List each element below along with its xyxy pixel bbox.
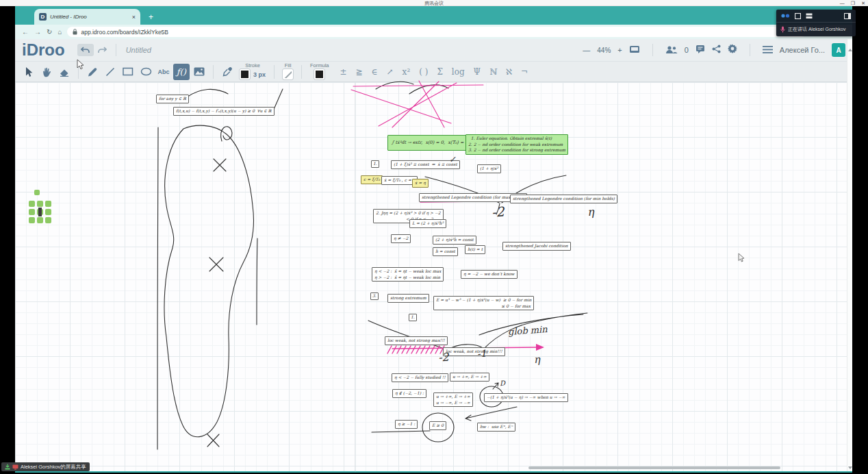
formula-box[interactable]: E ≥ 0 [429,421,446,430]
formula-box[interactable]: h(t) = t [465,245,485,254]
formula-box[interactable]: 3. [370,292,379,300]
formula-box[interactable]: L = (2 + η)ẋ²ḣ² [409,219,446,228]
formula-box[interactable]: hw : use E⁺, E⁻ [477,423,515,432]
layout-icon[interactable] [806,13,813,19]
formula-symbol-button[interactable]: ( ) [419,67,428,77]
horizontal-scrollbar[interactable] [528,466,780,469]
formula-box[interactable]: −(1 + η)ẋ²(u − η) → −∞ when u → −∞ [484,393,568,402]
formula-box[interactable]: u → +∞, E → +∞ [450,373,489,382]
fill-color-swatch[interactable] [283,69,293,79]
image-tool-icon[interactable] [191,64,207,80]
formula-box[interactable]: η = −2 − we don’t know [461,270,518,279]
new-tab-button[interactable]: + [149,12,153,22]
formula-box[interactable]: η < −2 : x̂ = ηt − weak loc max η > −2 :… [372,267,444,282]
scroll-up-arrow[interactable] [848,49,852,51]
menu-icon[interactable] [763,44,773,56]
chat-icon[interactable] [695,44,705,56]
undo-button[interactable] [77,44,94,56]
reload-icon[interactable]: ↻ [47,29,52,36]
settings-gear-icon[interactable] [728,44,737,56]
formula-box[interactable]: 1. [409,314,417,321]
formula-box[interactable]: (1 + η)ẋ² [477,164,501,173]
formula-box[interactable]: ẋ = η [412,179,429,188]
idroo-favicon: D [39,13,47,21]
formula-label: Formula [310,62,329,68]
window-mode-icon[interactable] [795,13,801,19]
formula-box[interactable]: E = u³ − w³ − (1 + η)ẋ²(u − w) ≥ 0 − for… [433,296,534,310]
minimize-button[interactable]: — [840,0,845,6]
formula-symbol-button[interactable]: ¬ [521,67,528,77]
formula-box[interactable]: η < −2 − fully studied !! [392,373,448,382]
tab-title: Untitled - IDroo [50,14,129,20]
formula-box[interactable]: ∫ tẋ²dt → extr, x(0) = 0, x(T₀) = ξ [387,135,472,151]
formula-symbol-button[interactable]: ≧ [356,67,363,77]
document-title[interactable]: Untitled [126,46,151,54]
meeting-floating-panel[interactable]: 正在讲话 Aleksei Gorshkov [776,10,856,36]
formula-box[interactable]: η ≥ −1 : [395,420,418,429]
formula-symbol-button[interactable]: ℕ [489,67,497,77]
formula-symbol-button[interactable]: ↗ [387,67,394,77]
formula-box[interactable]: strengthened Jacobi condition [502,242,571,251]
panel-toggle-icon[interactable] [844,13,851,19]
pencil-tool-icon[interactable] [84,64,101,80]
browser-tab[interactable]: D Untitled - IDroo × [34,9,140,25]
formula-box[interactable]: for any y ∈ ℝ [156,95,189,103]
formula-symbol-button[interactable]: x² [403,67,411,77]
rectangle-tool-icon[interactable] [120,64,136,80]
stroke-width-value[interactable]: 3 px [253,71,266,78]
handwritten-label: η [533,353,540,366]
pan-hand-tool-icon[interactable] [38,64,55,80]
home-icon[interactable]: ⌂ [58,29,62,36]
ellipse-tool-icon[interactable] [138,64,154,80]
zoom-level[interactable]: 44% [597,47,611,54]
formula-symbol-button[interactable]: Ψ [474,67,481,77]
formula-symbol-button[interactable]: Σ [437,67,442,77]
close-button[interactable]: ✕ [861,0,865,6]
redo-button[interactable] [94,44,110,56]
formula-box[interactable]: η ∉ (−2, −1) : [392,389,426,398]
zoom-out-button[interactable]: — [583,46,590,54]
screen-icon [12,464,18,470]
formula-tool[interactable]: ƒ() [173,64,190,80]
formula-box[interactable]: loc weak, not strong max!!! [385,336,448,345]
stroke-color-swatch[interactable] [240,69,250,79]
text-tool[interactable]: Abc [155,64,172,80]
collaborators-icon[interactable] [665,44,678,56]
formula-box[interactable]: 1. Euler equation. Obtain extremal x̂(t)… [465,134,568,155]
formula-symbol-button[interactable]: log [452,67,465,77]
address-bar[interactable]: app.idroo.com/boards/IZkklYke5B [67,27,806,37]
formula-box[interactable]: (2 + η)ẋ²ḣ = const [433,236,476,245]
formula-symbol-button[interactable]: ∈ [372,67,378,77]
formula-symbol-button[interactable]: ± [340,67,347,77]
formula-box[interactable]: η ≠ −2 [391,234,411,243]
formula-box[interactable]: f(t,x,u) − f(t,x,y) − f′ᵤ(t,x,y)(u − y) … [173,107,275,116]
share-icon[interactable] [712,44,721,56]
vertical-scrollbar[interactable] [847,39,852,471]
color-picker-tool-icon[interactable] [219,64,235,80]
eraser-tool-icon[interactable] [56,64,73,80]
line-tool-icon[interactable] [102,64,118,80]
formula-box[interactable]: 1. [371,160,379,168]
scroll-down-arrow[interactable] [848,466,852,469]
back-icon[interactable]: ← [22,29,29,36]
formula-box[interactable]: loc weak, not strong min!!! [443,347,505,356]
formula-symbol-button[interactable]: ℵ [506,67,512,77]
maximize-button[interactable]: ❐ [851,0,855,6]
tab-close-icon[interactable]: × [132,14,136,21]
fit-screen-icon[interactable] [629,44,640,56]
formula-box[interactable]: strong extremum [387,294,429,303]
select-tool-icon[interactable] [21,64,37,80]
formula-box[interactable]: u → +∞, E → +∞ u → −∞, E → −∞ [433,392,473,407]
formula-box[interactable]: ḣ = const [433,247,458,256]
forward-icon[interactable]: → [34,29,41,36]
formula-box[interactable]: strengthened Legendre condition (for min… [510,195,617,203]
browser-url-bar: ← → ↻ ⌂ app.idroo.com/boards/IZkklYke5B [15,25,852,39]
formula-box[interactable]: c = ξ/T₀ [361,175,383,184]
screen-share-badge[interactable]: Aleksei Gorshkov的屏幕共享 [1,462,90,471]
network-signal-icon [781,13,790,18]
zoom-in-button[interactable]: + [617,46,622,54]
user-name: Алексей Го... [780,46,825,54]
formula-color-swatch[interactable] [314,69,324,79]
avatar[interactable]: A [832,43,845,57]
handwritten-label: -2 [437,350,449,364]
